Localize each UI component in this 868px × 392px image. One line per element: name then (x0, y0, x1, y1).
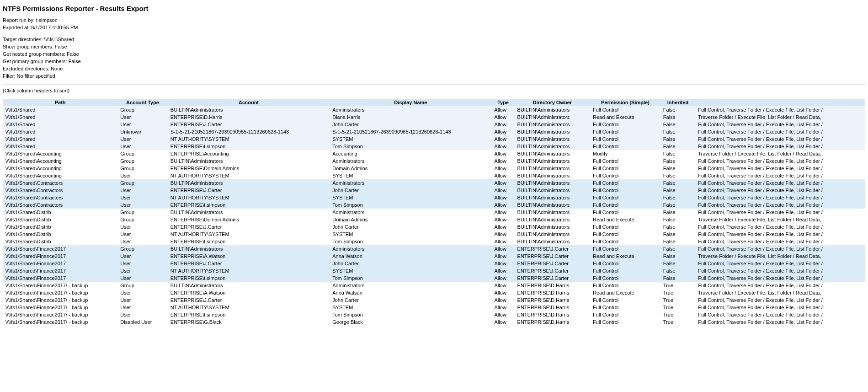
cell-account-type: User (117, 267, 168, 274)
cell-permission-detail: Full Control, Traverse Folder / Execute … (695, 194, 865, 201)
cell-path: \\\\fs1\Shared\Accounting (3, 150, 117, 157)
cell-account-type: User (117, 223, 168, 231)
cell-display-name: Administrators (330, 179, 491, 187)
cell-directory-owner: ENTERPRISE\D.Harris (515, 318, 590, 326)
cell-type: Allow (492, 128, 515, 135)
cell-inherited: False (660, 245, 695, 252)
cell-permission-simple: Full Control (590, 304, 660, 311)
col-header-permission-simple[interactable]: Permission (Simple) (590, 99, 660, 106)
cell-directory-owner: ENTERPRISE\J.Carter (515, 245, 590, 252)
cell-type: Allow (492, 289, 515, 296)
cell-directory-owner: BUILTIN\Administrators (515, 150, 590, 157)
permissions-table: Path Account Type Account Display Name T… (3, 99, 865, 326)
cell-display-name: Anna Watson (330, 289, 491, 296)
col-header-directory-owner[interactable]: Directory Owner (515, 99, 590, 106)
col-header-path[interactable]: Path (3, 99, 117, 106)
cell-type: Allow (492, 238, 515, 245)
cell-path: \\\\fs1\Shared\Contractors (3, 187, 117, 194)
table-row: \\\\fs1\Shared\AccountingGroupENTERPRISE… (3, 165, 865, 172)
col-header-type[interactable]: Type (492, 99, 515, 106)
cell-inherited: False (660, 165, 695, 172)
cell-path: \\\\fs1\Shared\Finance2017 (3, 260, 117, 267)
cell-directory-owner: ENTERPRISE\D.Harris (515, 282, 590, 289)
cell-inherited: False (660, 121, 695, 128)
cell-account: ENTERPRISE\J.Carter (168, 223, 330, 231)
cell-inherited: False (660, 216, 695, 223)
cell-type: Allow (492, 216, 515, 223)
col-header-account[interactable]: Account (168, 99, 330, 106)
cell-display-name: Domain Admins (330, 165, 491, 172)
cell-display-name: Accounting (330, 150, 491, 157)
cell-account: ENTERPRISE\A.Watson (168, 289, 330, 296)
cell-path: \\\\fs1\Shared\Finance2017\ - backup (3, 311, 117, 318)
cell-directory-owner: BUILTIN\Administrators (515, 113, 590, 121)
table-row: \\\\fs1\Shared\ContractorsUserENTERPRISE… (3, 187, 865, 194)
cell-account-type: Disabled User (117, 318, 168, 326)
col-header-inherited[interactable]: Inherited (660, 99, 695, 106)
cell-directory-owner: ENTERPRISE\D.Harris (515, 311, 590, 318)
cell-permission-simple: Full Control (590, 172, 660, 179)
cell-type: Allow (492, 165, 515, 172)
cell-permission-simple: Full Control (590, 223, 660, 231)
cell-type: Allow (492, 267, 515, 274)
cell-directory-owner: ENTERPRISE\J.Carter (515, 274, 590, 282)
cell-display-name: Tom Simpson (330, 311, 491, 318)
cell-account-type: User (117, 113, 168, 121)
cell-account-type: User (117, 260, 168, 267)
cell-directory-owner: ENTERPRISE\D.Harris (515, 304, 590, 311)
cell-permission-simple: Full Control (590, 245, 660, 252)
cell-type: Allow (492, 106, 515, 113)
col-header-display-name[interactable]: Display Name (330, 99, 491, 106)
cell-path: \\\\fs1\Shared\Distrib (3, 223, 117, 231)
cell-account-type: User (117, 121, 168, 128)
cell-account: NT AUTHORITY\SYSTEM (168, 231, 330, 238)
cell-display-name: Administrators (330, 245, 491, 252)
cell-directory-owner: BUILTIN\Administrators (515, 194, 590, 201)
cell-account: S-1-5-21-210521867-2639090965-1213260628… (168, 128, 330, 135)
cell-permission-detail: Full Control, Traverse Folder / Execute … (695, 106, 865, 113)
cell-permission-detail: Full Control, Traverse Folder / Execute … (695, 121, 865, 128)
cell-permission-simple: Full Control (590, 267, 660, 274)
cell-permission-detail: Full Control, Traverse Folder / Execute … (695, 231, 865, 238)
cell-path: \\\\fs1\Shared (3, 106, 117, 113)
cell-type: Allow (492, 113, 515, 121)
cell-permission-simple: Modify (590, 150, 660, 157)
cell-account-type: User (117, 194, 168, 201)
cell-permission-simple: Full Control (590, 282, 660, 289)
cell-permission-simple: Full Control (590, 187, 660, 194)
cell-inherited: False (660, 274, 695, 282)
table-row: \\\\fs1\Shared\DistribUserENTERPRISE\J.C… (3, 223, 865, 231)
cell-inherited: True (660, 296, 695, 304)
cell-directory-owner: BUILTIN\Administrators (515, 165, 590, 172)
cell-display-name: Administrators (330, 106, 491, 113)
cell-type: Allow (492, 282, 515, 289)
cell-inherited: False (660, 157, 695, 165)
col-header-account-type[interactable]: Account Type (117, 99, 168, 106)
cell-display-name: John Carter (330, 296, 491, 304)
cell-inherited: False (660, 106, 695, 113)
cell-type: Allow (492, 231, 515, 238)
cell-type: Allow (492, 157, 515, 165)
cell-account: BUILTIN\Administrators (168, 179, 330, 187)
table-row: \\\\fs1\Shared\Finance2017\ - backupUser… (3, 311, 865, 318)
cell-type: Allow (492, 187, 515, 194)
cell-type: Allow (492, 223, 515, 231)
col-header-permission-detail[interactable] (695, 99, 865, 106)
cell-permission-detail: Full Control, Traverse Folder / Execute … (695, 172, 865, 179)
cell-permission-simple: Full Control (590, 121, 660, 128)
cell-type: Allow (492, 260, 515, 267)
cell-type: Allow (492, 194, 515, 201)
cell-permission-simple: Read and Execute (590, 252, 660, 260)
cell-directory-owner: BUILTIN\Administrators (515, 143, 590, 150)
cell-display-name: SYSTEM (330, 231, 491, 238)
cell-permission-simple: Full Control (590, 165, 660, 172)
table-row: \\\\fs1\SharedGroupBUILTIN\Administrator… (3, 106, 865, 113)
cell-directory-owner: BUILTIN\Administrators (515, 106, 590, 113)
cell-account: NT AUTHORITY\SYSTEM (168, 267, 330, 274)
cell-inherited: True (660, 289, 695, 296)
cell-display-name: Administrators (330, 209, 491, 216)
cell-account: ENTERPRISE\Accounting (168, 150, 330, 157)
cell-account-type: Group (117, 150, 168, 157)
cell-inherited: False (660, 179, 695, 187)
cell-inherited: False (660, 143, 695, 150)
